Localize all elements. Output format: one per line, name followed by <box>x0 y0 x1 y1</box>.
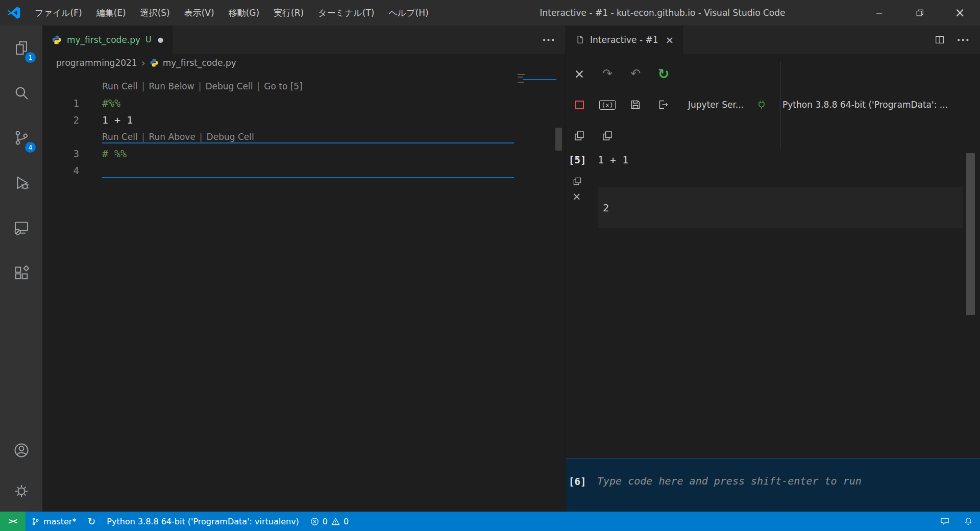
remote-explorer-icon <box>13 219 30 236</box>
vscode-logo <box>0 5 28 20</box>
activity-explorer[interactable]: 1 <box>0 26 42 70</box>
menu-file[interactable]: ファイル(F) <box>28 0 89 26</box>
editor-more-actions-icon[interactable]: ··· <box>542 34 555 46</box>
git-status-untracked: U <box>145 35 152 44</box>
jupyter-server-status[interactable]: Jupyter Ser... <box>688 100 744 110</box>
file-icon <box>575 35 585 44</box>
maximize-restore-button[interactable] <box>899 0 940 26</box>
menu-edit[interactable]: 編集(E) <box>89 0 133 26</box>
remove-cell-button[interactable]: × <box>572 189 598 204</box>
undo-button[interactable]: ↶ <box>624 62 647 85</box>
editor-scrollbar[interactable] <box>555 128 562 151</box>
editor-tab-bar: my_first_code.py U ● ··· <box>42 26 566 54</box>
cell-code: 1 + 1 <box>598 152 963 167</box>
codelens-run-below[interactable]: Run Below <box>149 81 194 91</box>
editor-group: my_first_code.py U ● ··· programming2021… <box>42 26 566 512</box>
minimize-button[interactable]: ─ <box>859 0 899 26</box>
copy-cell-button[interactable] <box>572 174 598 189</box>
line-number: 1 <box>42 98 79 109</box>
activity-settings[interactable] <box>0 471 42 512</box>
tab-my-first-code[interactable]: my_first_code.py U ● <box>42 26 173 54</box>
interactive-input[interactable]: [6] Type code here and press shift-enter… <box>566 458 980 512</box>
cell-border-line <box>102 177 514 178</box>
python-icon <box>52 35 62 45</box>
codelens-run-cell[interactable]: Run Cell <box>102 132 138 142</box>
python-interpreter-status[interactable]: Python 3.8.8 64-bit ('ProgramData': virt… <box>101 512 305 531</box>
code-text[interactable]: # %% <box>102 148 127 160</box>
codelens-separator: | <box>200 132 203 142</box>
interactive-body: × ↷ ↶ ↻ (x) Jupyter Ser... Python 3.8.8 … <box>566 54 980 512</box>
clear-cells-button[interactable]: × <box>568 62 591 85</box>
gear-icon <box>13 482 30 500</box>
input-placeholder: Type code here and press shift-enter to … <box>597 475 862 487</box>
codelens-run-above[interactable]: Run Above <box>149 132 195 142</box>
menu-run[interactable]: 実行(R) <box>266 0 311 26</box>
minimap-cell-line <box>523 79 556 80</box>
code-line-1: 1 #%% <box>42 94 566 111</box>
codelens-goto[interactable]: Go to [5] <box>264 81 303 91</box>
branch-icon <box>31 517 40 526</box>
interactive-scrollbar[interactable] <box>966 153 975 315</box>
breadcrumb-file[interactable]: my_first_code.py <box>163 58 236 68</box>
notifications-button[interactable] <box>957 512 980 531</box>
close-button[interactable]: × <box>940 0 980 26</box>
export-button[interactable] <box>652 93 675 116</box>
feedback-button[interactable] <box>933 512 957 531</box>
activity-bar: 1 4 <box>0 26 42 512</box>
code-text[interactable]: #%% <box>102 97 120 109</box>
redo-button[interactable]: ↷ <box>596 62 619 85</box>
activity-accounts[interactable] <box>0 430 42 471</box>
variable-explorer-button[interactable]: (x) <box>596 93 619 116</box>
expand-all-button[interactable] <box>568 125 591 147</box>
dirty-indicator-icon[interactable]: ● <box>158 36 163 43</box>
remote-indicator[interactable]: >< <box>0 512 26 531</box>
extensions-icon <box>13 264 30 281</box>
copy-icon <box>572 176 582 186</box>
activity-extensions[interactable] <box>0 250 42 295</box>
input-prompt: [6] <box>569 474 597 489</box>
split-editor-icon[interactable] <box>934 34 945 45</box>
close-icon: × <box>954 6 965 20</box>
export-icon <box>657 99 670 111</box>
activity-run-debug[interactable] <box>0 160 42 205</box>
cell-prompt: [5] <box>569 152 598 167</box>
activity-source-control[interactable]: 4 <box>0 115 42 160</box>
menu-selection[interactable]: 選択(S) <box>133 0 177 26</box>
kernel-selector[interactable]: Python 3.8.8 64-bit ('ProgramData': ... <box>782 100 980 110</box>
window-controls: ─ × <box>859 0 980 26</box>
chevron-right-icon: › <box>141 58 145 68</box>
line-number: 2 <box>42 114 79 126</box>
codelens-run-cell[interactable]: Run Cell <box>102 81 138 91</box>
git-branch-status[interactable]: master* <box>26 512 82 531</box>
branch-name: master* <box>43 517 76 526</box>
interrupt-kernel-button[interactable] <box>568 93 591 116</box>
save-button[interactable] <box>624 93 647 116</box>
interactive-more-actions-icon[interactable]: ··· <box>957 34 970 46</box>
tab-label: Interactive - #1 <box>590 35 658 45</box>
tab-close-icon[interactable]: × <box>666 34 674 46</box>
menu-terminal[interactable]: ターミナル(T) <box>311 0 381 26</box>
remove-icon: × <box>572 190 581 203</box>
activity-remote-explorer[interactable] <box>0 205 42 250</box>
code-line-2: 2 1 + 1 <box>42 111 566 128</box>
activity-search[interactable] <box>0 70 42 115</box>
menu-help[interactable]: ヘルプ(H) <box>381 0 435 26</box>
breadcrumb-folder[interactable]: programming2021 <box>56 58 137 68</box>
restart-kernel-button[interactable]: ↻ <box>652 62 675 85</box>
clear-icon: × <box>574 66 585 81</box>
menu-go[interactable]: 移動(G) <box>222 0 266 26</box>
line-number: 4 <box>42 165 79 176</box>
problems-indicator[interactable]: 0 0 <box>305 512 354 531</box>
editor-content[interactable]: Run Cell | Run Below | Debug Cell | Go t… <box>42 71 566 512</box>
sync-icon: ↻ <box>87 517 95 526</box>
tab-interactive[interactable]: Interactive - #1 × <box>566 26 683 54</box>
sync-button[interactable]: ↻ <box>82 512 101 531</box>
codelens-debug-cell[interactable]: Debug Cell <box>205 81 253 91</box>
scm-badge: 4 <box>25 142 36 153</box>
collapse-all-button[interactable] <box>596 125 619 147</box>
restart-icon: ↻ <box>658 66 670 82</box>
menu-view[interactable]: 表示(V) <box>177 0 222 26</box>
codelens-separator: | <box>199 81 202 91</box>
code-text[interactable]: 1 + 1 <box>102 114 133 126</box>
codelens-debug-cell[interactable]: Debug Cell <box>207 132 254 142</box>
